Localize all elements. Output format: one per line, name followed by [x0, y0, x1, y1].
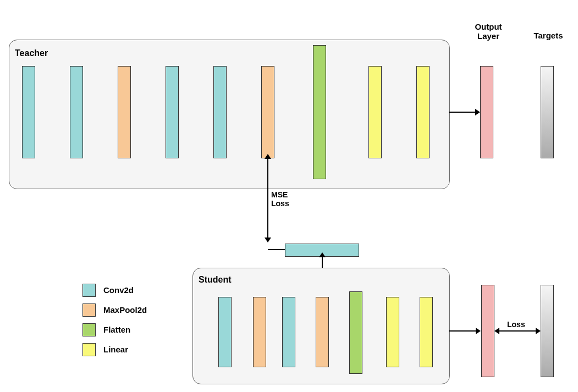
arrow-head-down-icon [265, 238, 271, 242]
teacher-layer-linear [416, 66, 430, 158]
teacher-layer-conv2d [166, 66, 179, 158]
legend-linear-swatch [82, 343, 96, 356]
student-layer-linear [386, 297, 399, 367]
student-title: Student [199, 275, 232, 285]
teacher-layer-conv2d [213, 66, 227, 158]
arrow-head-right-icon [536, 328, 541, 334]
student-layer-conv2d [218, 297, 232, 367]
student-layer-linear [420, 297, 433, 367]
mse-line-horizontal [268, 249, 285, 250]
teacher-targets [541, 66, 554, 158]
legend-maxpool2d-label: MaxPool2d [103, 305, 147, 314]
student-targets [541, 285, 554, 377]
mse-line-vertical [267, 158, 268, 238]
legend-flatten-label: Flatten [103, 325, 130, 334]
arrow-head-right-icon [475, 109, 480, 115]
arrow-head-left-icon [494, 328, 499, 334]
teacher-layer-flatten [313, 45, 326, 179]
teacher-layer-conv2d [70, 66, 83, 158]
legend-conv2d-swatch [82, 284, 96, 297]
teacher-layer-maxpool2d [261, 66, 274, 158]
loss-line [499, 330, 536, 332]
arrow-head-right-icon [476, 328, 481, 334]
student-layer-maxpool2d [316, 297, 329, 367]
arrow-head-up-icon [265, 154, 271, 159]
mse-loss-label: MSE Loss [271, 190, 289, 208]
student-output-layer [481, 285, 494, 377]
arrow-teacher-output [449, 112, 476, 113]
teacher-output-layer [480, 66, 493, 158]
student-layer-conv2d [282, 297, 295, 367]
output-layer-header: Output Layer [469, 22, 508, 41]
legend-maxpool2d-swatch [82, 303, 96, 317]
student-layer-flatten [349, 291, 362, 374]
teacher-title: Teacher [15, 48, 48, 58]
targets-header: Targets [529, 31, 568, 40]
legend-flatten-swatch [82, 323, 96, 336]
legend-linear-label: Linear [103, 345, 128, 354]
teacher-layer-linear [368, 66, 382, 158]
legend-conv2d-label: Conv2d [103, 285, 134, 295]
loss-label: Loss [506, 320, 526, 329]
teacher-layer-conv2d [22, 66, 35, 158]
teacher-layer-maxpool2d [118, 66, 131, 158]
arrow-student-output [449, 330, 476, 332]
arrow-head-up-icon [319, 252, 326, 257]
student-layer-maxpool2d [253, 297, 266, 367]
